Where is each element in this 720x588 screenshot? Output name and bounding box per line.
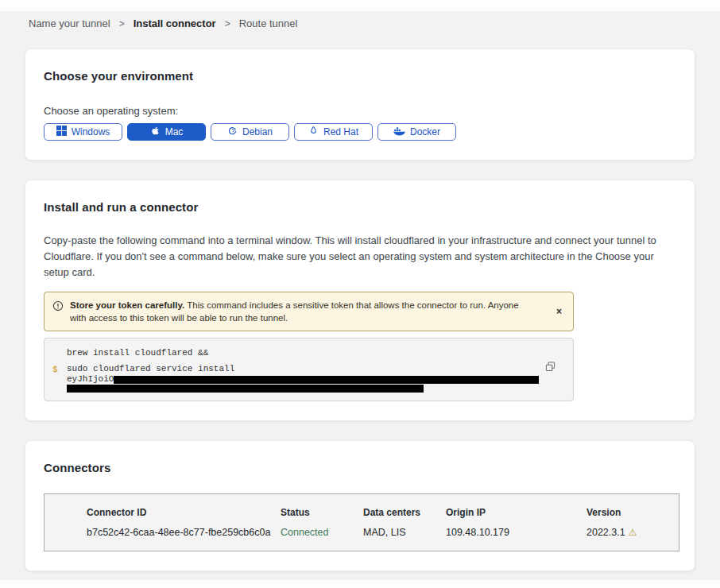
code-line-brew: brew install cloudflared && <box>67 347 541 359</box>
install-card-title: Install and run a connector <box>44 200 676 214</box>
breadcrumb-separator: > <box>225 18 230 29</box>
token-warning-alert: Store your token carefully. This command… <box>44 292 574 331</box>
origin-ip-value: 109.48.10.179 <box>446 527 586 538</box>
version-number: 2022.3.1 <box>586 527 625 538</box>
connectors-card-title: Connectors <box>44 461 676 474</box>
windows-icon <box>56 126 67 138</box>
os-button-docker[interactable]: Docker <box>377 123 456 141</box>
header-data-centers: Data centers <box>363 507 446 518</box>
os-button-label: Red Hat <box>323 126 358 137</box>
copy-icon <box>545 362 555 372</box>
os-button-label: Mac <box>165 126 184 137</box>
redacted-token-bar <box>114 376 539 384</box>
token-prefix: eyJhIjoiO <box>67 375 114 384</box>
code-line-token-continued <box>67 384 541 393</box>
breadcrumb-route-tunnel[interactable]: Route tunnel <box>239 17 298 29</box>
debian-swirl-icon <box>227 126 238 138</box>
code-line-token: eyJhIjoiO <box>67 375 541 384</box>
code-line-service-install: sudo cloudflared service install <box>67 363 541 375</box>
environment-card: Choose your environment Choose an operat… <box>25 48 695 161</box>
breadcrumb-separator: > <box>119 18 125 29</box>
os-button-label: Docker <box>410 126 440 137</box>
breadcrumb-name-your-tunnel[interactable]: Name your tunnel <box>29 17 110 29</box>
page-bottom-margin <box>0 580 720 588</box>
breadcrumb: Name your tunnel > Install connector > R… <box>0 11 720 29</box>
os-button-windows[interactable]: Windows <box>44 123 122 141</box>
header-connector-id: Connector ID <box>87 507 281 518</box>
apple-icon <box>150 126 161 138</box>
os-button-label: Debian <box>242 126 273 137</box>
terminal-prompt: $ <box>52 365 58 374</box>
install-card: Install and run a connector Copy-paste t… <box>25 180 695 421</box>
header-status: Status <box>281 507 363 518</box>
version-value: 2022.3.1 ⚠ <box>586 527 679 538</box>
page-top-margin <box>0 0 720 11</box>
docker-whale-icon <box>393 126 405 138</box>
connectors-table: Connector ID Status Data centers Origin … <box>44 493 679 551</box>
os-button-group: Windows Mac Debian <box>44 123 676 141</box>
connectors-table-header: Connector ID Status Data centers Origin … <box>87 507 679 518</box>
os-button-debian[interactable]: Debian <box>211 123 289 141</box>
status-badge: Connected <box>281 527 363 538</box>
os-button-redhat[interactable]: Red Hat <box>294 123 373 141</box>
redacted-token-bar <box>67 385 424 393</box>
os-button-mac[interactable]: Mac <box>127 123 206 141</box>
os-select-label: Choose an operating system: <box>44 105 676 117</box>
copy-command-button[interactable] <box>544 360 557 376</box>
install-description: Copy-paste the following command into a … <box>44 233 676 280</box>
alert-close-button[interactable]: × <box>553 306 565 317</box>
data-centers-value: MAD, LIS <box>363 527 446 538</box>
alert-text: Store your token carefully. This command… <box>70 299 527 324</box>
alert-bold-text: Store your token carefully. <box>70 300 184 310</box>
version-warning-icon: ⚠ <box>629 527 637 538</box>
os-button-label: Windows <box>72 126 110 137</box>
connectors-card: Connectors Connector ID Status Data cent… <box>25 440 695 571</box>
table-row: b7c52c42-6caa-48ee-8c77-fbe259cb6c0a Con… <box>87 527 679 538</box>
header-version: Version <box>586 507 679 518</box>
install-command-codeblock: $ brew install cloudflared && sudo cloud… <box>44 338 574 401</box>
connector-id-value: b7c52c42-6caa-48ee-8c77-fbe259cb6c0a <box>87 527 281 538</box>
header-origin-ip: Origin IP <box>446 507 586 518</box>
redhat-icon <box>308 126 319 138</box>
info-icon <box>52 300 64 315</box>
environment-card-title: Choose your environment <box>44 69 676 83</box>
breadcrumb-install-connector[interactable]: Install connector <box>134 17 216 29</box>
